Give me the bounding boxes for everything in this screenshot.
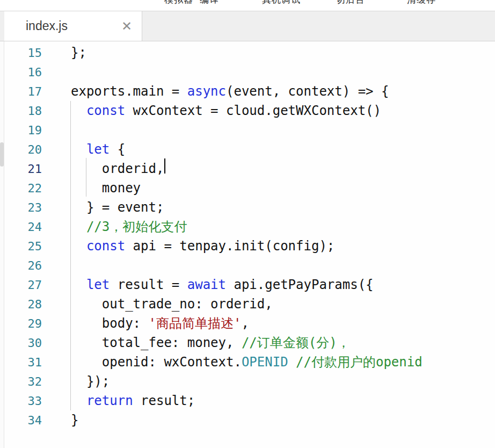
code-line[interactable]: 27 let result = await api.getPayParams({ xyxy=(4,275,495,294)
line-number: 33 xyxy=(4,394,42,408)
code-line[interactable]: 23 } = event; xyxy=(4,198,495,217)
code-text: out_trade_no: orderid, xyxy=(42,297,273,312)
code-text: orderid, xyxy=(42,161,164,176)
toolbar-strip: 模拟器编译真机调试切后台清缓存 xyxy=(0,0,495,11)
code-segment: } = event; xyxy=(71,200,164,215)
line-number: 32 xyxy=(4,375,42,388)
scrollbar-thumb[interactable] xyxy=(0,142,4,167)
code-text: body: '商品简单描述', xyxy=(42,315,249,332)
code-lines: 15};1617exports.main = async(event, cont… xyxy=(4,43,495,430)
code-line[interactable]: 19 xyxy=(4,120,495,140)
code-line[interactable]: 26 xyxy=(4,256,495,275)
code-line[interactable]: 34} xyxy=(4,410,495,430)
toolbar-item[interactable]: 清缓存 xyxy=(407,0,436,4)
code-segment: , xyxy=(241,316,249,331)
line-number: 22 xyxy=(4,182,42,195)
toolbar-item[interactable]: 模拟器 xyxy=(164,0,193,4)
code-segment: money xyxy=(71,180,141,196)
code-segment: OPENID xyxy=(242,355,288,370)
code-segment: (event, context) => { xyxy=(226,84,389,99)
code-editor[interactable]: 15};1617exports.main = async(event, cont… xyxy=(4,41,495,448)
code-text: }); xyxy=(42,374,110,389)
code-text: total_fee: money, //订单金额(分)， xyxy=(42,334,350,351)
line-number: 24 xyxy=(4,220,42,234)
code-segment: exports.main = xyxy=(71,84,187,99)
tab-title: index.js xyxy=(26,19,68,33)
code-segment: const xyxy=(86,103,125,118)
code-line[interactable]: 20 let { xyxy=(4,140,495,159)
code-text: openid: wxContext.OPENID //付款用户的openid xyxy=(42,353,423,371)
line-number: 27 xyxy=(4,278,42,292)
code-segment: //订单金额(分)， xyxy=(242,335,350,350)
code-line[interactable]: 29 body: '商品简单描述', xyxy=(4,314,495,333)
code-segment: api.getPayParams({ xyxy=(226,277,374,292)
line-number: 16 xyxy=(4,66,42,79)
line-number: 29 xyxy=(4,317,42,330)
line-number: 31 xyxy=(4,356,42,369)
code-line[interactable]: 25 const api = tenpay.init(config); xyxy=(4,236,495,256)
tab-indexjs[interactable]: index.js ✕ xyxy=(4,11,142,41)
code-text: const wxContext = cloud.getWXContext() xyxy=(42,103,381,118)
code-segment: '商品简单描述' xyxy=(149,316,242,331)
line-number: 25 xyxy=(4,240,42,253)
code-segment xyxy=(71,393,86,408)
code-line[interactable]: 31 openid: wxContext.OPENID //付款用户的openi… xyxy=(4,352,495,372)
line-number: 23 xyxy=(4,201,42,214)
code-segment xyxy=(71,219,86,234)
code-segment: out_trade_no: orderid, xyxy=(71,297,273,312)
toolbar-item[interactable]: 编译 xyxy=(200,0,219,4)
indent-guide xyxy=(70,101,71,410)
code-text: money xyxy=(42,180,141,196)
code-segment: }); xyxy=(71,374,110,389)
code-segment xyxy=(71,277,86,292)
toolbar-item[interactable]: 切后台 xyxy=(336,0,365,4)
code-segment: //付款用户的openid xyxy=(296,355,423,370)
code-text: return result; xyxy=(42,393,195,408)
code-segment: { xyxy=(110,142,125,157)
app-window: 模拟器编译真机调试切后台清缓存 index.js ✕ 15};1617expor… xyxy=(0,0,495,448)
line-number: 34 xyxy=(4,414,42,427)
code-segment: api = tenpay.init(config); xyxy=(125,239,334,254)
code-line[interactable]: 22 money xyxy=(4,178,495,198)
code-line[interactable]: 17exports.main = async(event, context) =… xyxy=(4,82,495,101)
indent-guide xyxy=(86,158,86,197)
text-cursor xyxy=(164,158,165,174)
code-line[interactable]: 24 //3，初始化支付 xyxy=(4,217,495,236)
code-line[interactable]: 28 out_trade_no: orderid, xyxy=(4,294,495,314)
line-number: 21 xyxy=(4,162,42,176)
code-segment xyxy=(288,355,296,370)
code-text: //3，初始化支付 xyxy=(42,218,187,235)
code-line[interactable]: 18 const wxContext = cloud.getWXContext(… xyxy=(4,101,495,120)
close-icon[interactable]: ✕ xyxy=(121,20,132,33)
code-segment: //3，初始化支付 xyxy=(86,219,187,234)
code-segment: orderid, xyxy=(71,161,164,176)
code-line[interactable]: 16 xyxy=(4,62,495,82)
code-line[interactable]: 21 orderid, xyxy=(4,159,495,178)
code-segment: let xyxy=(86,142,110,157)
line-number: 15 xyxy=(4,46,42,60)
code-segment: wxContext = cloud.getWXContext() xyxy=(125,103,381,118)
code-segment: openid: wxContext. xyxy=(71,355,242,370)
line-number: 26 xyxy=(4,259,42,272)
code-segment: total_fee: money, xyxy=(71,335,242,350)
code-segment: let xyxy=(86,277,110,292)
left-panel-sliver xyxy=(0,41,4,448)
code-text: } xyxy=(42,413,78,428)
code-segment xyxy=(71,239,86,254)
code-text: }; xyxy=(42,45,86,60)
line-number: 20 xyxy=(4,143,42,156)
code-line[interactable]: 32 }); xyxy=(4,372,495,391)
code-line[interactable]: 30 total_fee: money, //订单金额(分)， xyxy=(4,333,495,352)
code-segment: result = xyxy=(110,277,187,292)
code-text: let { xyxy=(42,142,125,157)
code-line[interactable]: 33 return result; xyxy=(4,391,495,410)
code-segment: body: xyxy=(71,316,149,331)
code-text: } = event; xyxy=(42,200,164,215)
line-number: 28 xyxy=(4,298,42,311)
toolbar-item[interactable]: 真机调试 xyxy=(262,0,301,4)
tab-bar: index.js ✕ xyxy=(0,11,495,41)
code-text: let result = await api.getPayParams({ xyxy=(42,277,374,292)
code-line[interactable]: 15}; xyxy=(4,43,495,62)
code-segment: await xyxy=(187,277,226,292)
line-number: 30 xyxy=(4,336,42,350)
